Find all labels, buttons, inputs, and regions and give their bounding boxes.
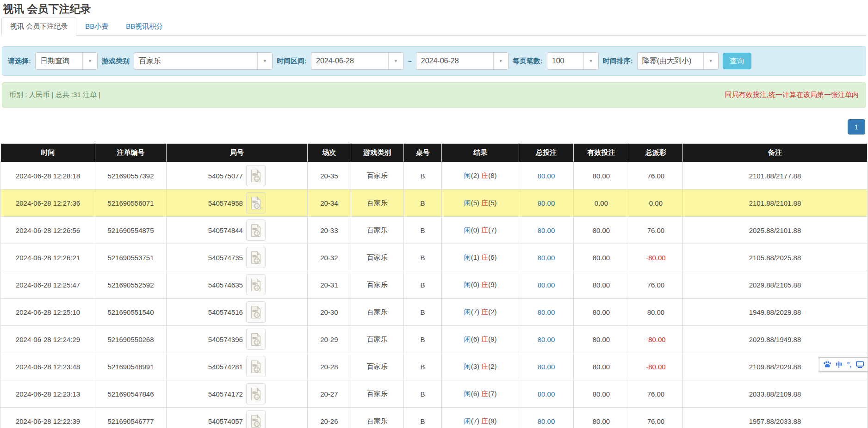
date-from-select[interactable]: 2024-06-28 ▼ (311, 52, 403, 70)
result-player-points: (6) (471, 390, 482, 397)
cell-total-bet: 80.00 (519, 299, 574, 326)
game-category-select[interactable]: 百家乐 ▼ (134, 52, 273, 70)
total-bet-link[interactable]: 80.00 (538, 363, 555, 371)
cell-bet-number: 521690551540 (95, 299, 167, 326)
total-bet-link[interactable]: 80.00 (538, 336, 555, 343)
video-record-icon (250, 306, 261, 319)
date-to-select[interactable]: 2024-06-28 ▼ (416, 52, 508, 70)
video-record-icon (250, 224, 261, 237)
round-number: 540574516 (208, 308, 243, 316)
page-size-select[interactable]: 100 ▼ (547, 52, 599, 70)
total-bet-link[interactable]: 80.00 (538, 417, 555, 425)
tab-bb-tip[interactable]: BB小费 (76, 18, 117, 36)
total-bet-link[interactable]: 80.00 (538, 390, 555, 398)
cell-time: 2024-06-28 12:22:39 (1, 408, 95, 428)
cell-payout: -80.00 (629, 353, 682, 380)
tab-video-bet-records[interactable]: 视讯 会员下注纪录 (1, 18, 76, 36)
result-player-points: (3) (471, 362, 482, 370)
cell-bet-number: 521690550268 (95, 326, 167, 353)
video-record-button[interactable] (246, 165, 266, 186)
cell-total-bet: 80.00 (519, 380, 574, 408)
cell-game-category: 百家乐 (351, 353, 403, 380)
cell-bet-number: 521690556071 (95, 190, 167, 217)
pagination-page-1[interactable]: 1 (848, 119, 865, 135)
header-payout: 总派彩 (629, 144, 682, 162)
cell-remark: 1957.88/2033.88 (682, 408, 867, 428)
cell-session: 20-33 (308, 217, 351, 244)
video-record-button[interactable] (246, 410, 266, 428)
total-bet-link[interactable]: 80.00 (538, 226, 555, 234)
query-type-select[interactable]: 日期查询 ▼ (35, 52, 98, 70)
video-record-icon (250, 387, 261, 401)
total-bet-link[interactable]: 80.00 (538, 172, 555, 180)
result-banker-label: 庄 (481, 335, 488, 343)
monitor-icon[interactable] (856, 361, 864, 368)
cell-round-number: 540574958 (166, 190, 307, 217)
result-banker-label: 庄 (481, 390, 488, 397)
round-number: 540574281 (208, 363, 243, 371)
records-table: 时间 注单编号 局号 场次 游戏类别 桌号 结果 总投注 有效投注 总派彩 备注… (0, 143, 868, 428)
video-record-icon (250, 415, 261, 428)
tone-icon[interactable]: °, (847, 361, 852, 368)
cell-payout: -80.00 (629, 326, 682, 353)
cell-table-number: B (403, 299, 441, 326)
cell-session: 20-32 (308, 244, 351, 271)
cell-total-bet: 80.00 (519, 244, 574, 271)
cell-game-category: 百家乐 (351, 162, 403, 190)
result-banker-label: 庄 (481, 226, 488, 234)
video-record-button[interactable] (246, 274, 266, 295)
table-row: 2024-06-28 12:24:29521690550268540574396… (1, 326, 868, 353)
page-title: 视讯 会员下注纪录 (3, 2, 91, 16)
page-size-label: 每页笔数: (513, 57, 543, 66)
tab-bb-video-points[interactable]: BB视讯积分 (117, 18, 172, 36)
paw-icon[interactable] (823, 361, 831, 368)
video-record-button[interactable] (246, 192, 266, 214)
total-bet-link[interactable]: 80.00 (538, 281, 555, 289)
cell-valid-bet: 80.00 (574, 380, 629, 408)
cell-valid-bet: 80.00 (574, 244, 629, 271)
video-record-button[interactable] (246, 383, 266, 404)
query-type-label: 请选择: (8, 57, 31, 66)
table-row: 2024-06-28 12:23:48521690548991540574281… (1, 353, 868, 380)
query-button[interactable]: 查询 (723, 53, 751, 69)
cell-table-number: B (403, 217, 441, 244)
round-number: 540574735 (208, 254, 243, 262)
total-bet-link[interactable]: 80.00 (538, 199, 555, 207)
video-record-button[interactable] (246, 247, 266, 268)
table-header-row: 时间 注单编号 局号 场次 游戏类别 桌号 结果 总投注 有效投注 总派彩 备注 (1, 144, 868, 162)
header-game-category: 游戏类别 (351, 144, 403, 162)
cell-payout: 76.00 (629, 162, 682, 190)
video-record-button[interactable] (246, 301, 266, 323)
total-bet-link[interactable]: 80.00 (538, 254, 555, 262)
cell-session: 20-34 (308, 190, 351, 217)
round-number: 540574396 (208, 336, 243, 343)
round-number: 540574958 (208, 199, 243, 207)
result-player-points: (7) (471, 417, 482, 425)
video-record-icon (250, 278, 261, 292)
cell-payout: 76.00 (629, 408, 682, 428)
cell-payout: -80.00 (629, 244, 682, 271)
cell-time: 2024-06-28 12:25:47 (1, 271, 95, 299)
round-number: 540574844 (208, 226, 243, 234)
video-record-button[interactable] (246, 329, 266, 350)
header-remark: 备注 (682, 144, 867, 162)
cell-table-number: B (403, 162, 441, 190)
total-bet-link[interactable]: 80.00 (538, 308, 555, 316)
result-banker-points: (7) (488, 390, 496, 397)
table-row: 2024-06-28 12:23:13521690547846540574172… (1, 380, 868, 408)
cell-valid-bet: 80.00 (574, 271, 629, 299)
video-record-button[interactable] (246, 356, 266, 377)
time-order-select[interactable]: 降幂(由大到小) ▼ (637, 52, 719, 70)
zhong-icon[interactable]: 中 (836, 361, 843, 368)
cell-payout: 0.00 (629, 190, 682, 217)
result-banker-points: (5) (488, 199, 496, 207)
video-record-icon (250, 360, 261, 373)
chevron-down-icon: ▼ (703, 53, 718, 69)
video-record-button[interactable] (246, 220, 266, 241)
cell-total-bet: 80.00 (519, 217, 574, 244)
cell-bet-number: 521690546777 (95, 408, 167, 428)
cell-remark: 2029.88/2105.88 (682, 271, 867, 299)
chevron-down-icon: ▼ (257, 53, 272, 69)
cell-bet-number: 521690553751 (95, 244, 167, 271)
cell-table-number: B (403, 190, 441, 217)
